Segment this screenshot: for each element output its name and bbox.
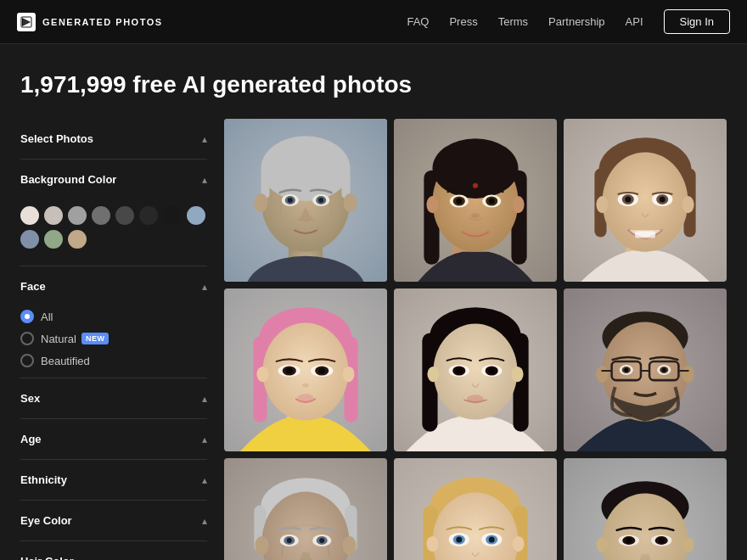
filter-sex-header[interactable]: Sex ▴ bbox=[20, 389, 207, 408]
filter-eye-color: Eye Color ▴ bbox=[20, 501, 207, 541]
photo-card-5[interactable] bbox=[394, 288, 557, 451]
chevron-down-icon-ethnicity: ▴ bbox=[202, 474, 207, 486]
main-nav: FAQ Press Terms Partnership API Sign In bbox=[407, 9, 730, 34]
photo-8-image bbox=[394, 458, 557, 560]
photo-card-7[interactable] bbox=[224, 458, 387, 560]
face-option-beautified[interactable]: Beautified bbox=[20, 354, 207, 367]
face-svg-3 bbox=[564, 119, 727, 282]
filter-face: Face ▴ All Natu bbox=[20, 266, 207, 378]
color-swatch-7[interactable] bbox=[163, 206, 182, 225]
chevron-up-icon-bg: ▴ bbox=[202, 174, 207, 186]
filter-age-header[interactable]: Age ▴ bbox=[20, 429, 207, 449]
svg-point-61 bbox=[286, 367, 293, 373]
radio-natural-label: Natural NEW bbox=[41, 333, 109, 345]
face-svg-2 bbox=[394, 119, 557, 282]
chevron-down-icon-eye: ▴ bbox=[202, 515, 207, 527]
color-swatch-5[interactable] bbox=[115, 206, 134, 225]
filter-face-title: Face bbox=[20, 280, 46, 293]
color-swatch-1[interactable] bbox=[20, 206, 39, 225]
color-swatch-10[interactable] bbox=[44, 230, 63, 249]
svg-point-63 bbox=[302, 384, 309, 388]
color-swatch-9[interactable] bbox=[20, 230, 39, 249]
svg-point-110 bbox=[319, 538, 324, 543]
chevron-up-icon-face: ▴ bbox=[202, 281, 207, 293]
face-svg-4 bbox=[224, 288, 387, 451]
photo-card-3[interactable] bbox=[564, 119, 727, 282]
radio-beautified-indicator bbox=[20, 354, 34, 367]
svg-point-25 bbox=[512, 196, 524, 213]
filter-background-color-header[interactable]: Background Color ▴ bbox=[20, 170, 207, 189]
chevron-down-icon-sex: ▴ bbox=[202, 393, 207, 405]
face-svg-7 bbox=[224, 458, 387, 560]
svg-point-85 bbox=[682, 366, 694, 383]
svg-point-118 bbox=[512, 536, 524, 552]
nav-terms[interactable]: Terms bbox=[498, 15, 528, 28]
filter-ethnicity-title: Ethnicity bbox=[20, 473, 67, 486]
svg-point-54 bbox=[262, 322, 348, 420]
svg-point-55 bbox=[256, 367, 268, 382]
nav-press[interactable]: Press bbox=[449, 15, 477, 28]
color-swatch-6[interactable] bbox=[139, 206, 158, 225]
filter-face-header[interactable]: Face ▴ bbox=[20, 277, 207, 296]
color-swatch-8[interactable] bbox=[187, 206, 205, 225]
face-svg-6 bbox=[564, 288, 727, 451]
svg-point-84 bbox=[596, 366, 608, 383]
svg-point-103 bbox=[255, 536, 268, 555]
svg-point-64 bbox=[298, 394, 313, 400]
filter-background-color: Background Color ▴ bbox=[20, 160, 207, 266]
radio-all-indicator bbox=[20, 310, 34, 323]
color-swatch-2[interactable] bbox=[44, 206, 63, 225]
filter-select-photos-title: Select Photos bbox=[20, 132, 93, 145]
color-swatch-11[interactable] bbox=[68, 230, 87, 249]
filter-hair-color: Hair Color ▴ bbox=[20, 541, 207, 560]
svg-point-47 bbox=[660, 196, 666, 202]
photo-card-1[interactable] bbox=[224, 119, 387, 282]
svg-marker-2 bbox=[23, 19, 30, 25]
filter-hair-color-header[interactable]: Hair Color ▴ bbox=[20, 552, 207, 560]
svg-point-16 bbox=[288, 198, 293, 203]
face-option-all[interactable]: All bbox=[20, 310, 207, 323]
svg-point-7 bbox=[261, 136, 350, 201]
page-title: 1,971,999 free AI generated photos bbox=[20, 71, 727, 98]
color-swatches bbox=[20, 199, 207, 255]
filter-select-photos: Select Photos ▴ bbox=[20, 119, 207, 160]
svg-point-11 bbox=[343, 193, 357, 212]
svg-point-62 bbox=[318, 367, 325, 373]
logo-icon bbox=[17, 13, 36, 31]
color-swatch-3[interactable] bbox=[68, 206, 87, 225]
signin-button[interactable]: Sign In bbox=[664, 9, 730, 34]
filter-select-photos-header[interactable]: Select Photos ▴ bbox=[20, 129, 207, 148]
svg-point-78 bbox=[489, 367, 495, 373]
color-swatch-4[interactable] bbox=[92, 206, 110, 225]
nav-partnership[interactable]: Partnership bbox=[548, 15, 604, 28]
svg-rect-48 bbox=[635, 231, 655, 238]
svg-point-96 bbox=[662, 367, 666, 372]
filter-age-title: Age bbox=[20, 433, 42, 445]
svg-point-95 bbox=[624, 367, 628, 372]
face-option-natural[interactable]: Natural NEW bbox=[20, 332, 207, 345]
filter-eye-color-header[interactable]: Eye Color ▴ bbox=[20, 511, 207, 530]
face-filter-body: All Natural NEW Beautified bbox=[20, 296, 207, 367]
svg-point-104 bbox=[342, 536, 356, 555]
nav-faq[interactable]: FAQ bbox=[407, 15, 429, 28]
photo-card-2[interactable] bbox=[394, 119, 557, 282]
photo-4-image bbox=[224, 288, 387, 451]
photo-card-8[interactable] bbox=[394, 458, 557, 560]
new-badge: NEW bbox=[81, 333, 110, 344]
svg-point-131 bbox=[682, 537, 694, 552]
background-color-body bbox=[20, 189, 207, 255]
svg-point-71 bbox=[427, 367, 439, 382]
photo-card-6[interactable] bbox=[564, 288, 727, 451]
svg-point-137 bbox=[659, 537, 665, 543]
chevron-down-icon-age: ▴ bbox=[202, 434, 207, 445]
filter-ethnicity-header[interactable]: Ethnicity ▴ bbox=[20, 470, 207, 490]
svg-point-72 bbox=[511, 367, 523, 382]
photo-card-9[interactable] bbox=[564, 458, 727, 560]
photo-card-4[interactable] bbox=[224, 288, 387, 451]
svg-point-109 bbox=[287, 538, 292, 543]
svg-point-32 bbox=[471, 213, 480, 218]
logo[interactable]: GENERATED PHOTOS bbox=[17, 13, 163, 31]
svg-point-33 bbox=[473, 183, 478, 188]
radio-natural-indicator bbox=[20, 332, 34, 345]
nav-api[interactable]: API bbox=[626, 15, 643, 28]
